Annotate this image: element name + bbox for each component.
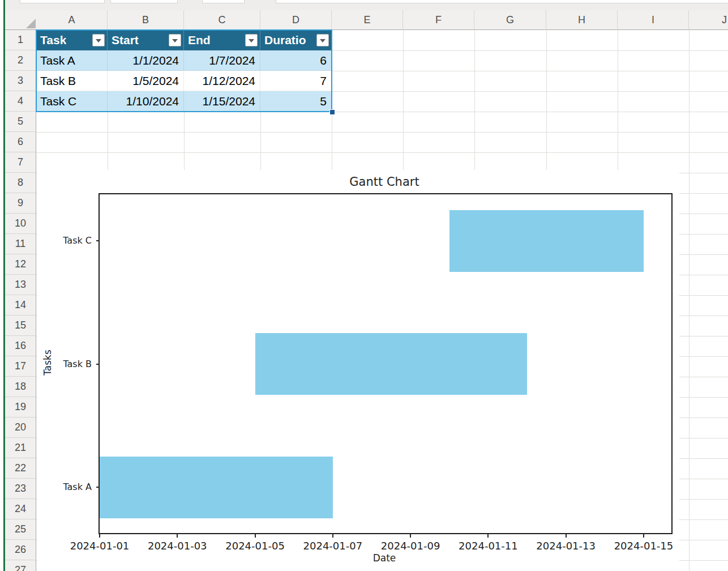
gantt-bar-task-b xyxy=(255,333,527,395)
row-header-10[interactable]: 10 xyxy=(5,214,36,234)
gridline-horizontal xyxy=(36,132,728,133)
fill-handle[interactable] xyxy=(329,109,335,115)
toolbar-edge-segment xyxy=(276,0,728,3)
column-header-B[interactable]: B xyxy=(108,10,184,30)
column-header-I[interactable]: I xyxy=(618,10,689,30)
x-tick-mark xyxy=(566,534,567,538)
row-header-3[interactable]: 3 xyxy=(5,71,36,91)
row-header-17[interactable]: 17 xyxy=(5,356,36,377)
excel-table: TaskStartEndDurationTask A1/1/20241/7/20… xyxy=(36,30,332,112)
row-header-1[interactable]: 1 xyxy=(5,30,36,50)
row-header-27[interactable]: 27 xyxy=(5,560,36,571)
x-tick-label: 2024-01-03 xyxy=(148,540,207,552)
select-all-corner[interactable] xyxy=(5,10,37,30)
toolbar-edge-segment xyxy=(202,0,245,3)
row-header-12[interactable]: 12 xyxy=(5,254,36,275)
column-header-A[interactable]: A xyxy=(36,10,108,30)
row-header-24[interactable]: 24 xyxy=(5,499,36,519)
row-header-11[interactable]: 11 xyxy=(5,234,36,254)
column-header-G[interactable]: G xyxy=(474,10,546,30)
row-header-18[interactable]: 18 xyxy=(5,377,36,397)
x-tick-label: 2024-01-01 xyxy=(70,540,130,552)
row-header-22[interactable]: 22 xyxy=(5,458,36,479)
x-tick-mark xyxy=(177,534,178,538)
row-header-19[interactable]: 19 xyxy=(5,397,36,417)
row-header-7[interactable]: 7 xyxy=(5,152,36,173)
toolbar-edge-segment xyxy=(110,0,178,3)
y-axis-label: Tasks xyxy=(42,350,53,376)
column-header-J[interactable]: J xyxy=(689,10,728,30)
x-tick-mark xyxy=(255,534,256,538)
excel-app-window: ABCDEFGHIJ 12345678910111213141516171819… xyxy=(0,0,728,571)
row-header-14[interactable]: 14 xyxy=(5,295,36,316)
row-header-2[interactable]: 2 xyxy=(5,50,36,71)
x-tick-mark xyxy=(643,534,644,538)
x-tick-mark xyxy=(99,534,100,538)
row-header-23[interactable]: 23 xyxy=(5,479,36,499)
row-header-25[interactable]: 25 xyxy=(5,519,36,540)
x-tick-label: 2024-01-07 xyxy=(303,540,363,552)
row-header-4[interactable]: 4 xyxy=(5,91,36,112)
gantt-bar-task-c xyxy=(449,210,644,272)
x-tick-mark xyxy=(332,534,333,538)
column-header-H[interactable]: H xyxy=(546,10,618,30)
row-header-26[interactable]: 26 xyxy=(5,540,36,560)
x-tick-label: 2024-01-13 xyxy=(536,540,596,552)
gridline-horizontal xyxy=(36,152,728,153)
x-tick-mark xyxy=(410,534,411,538)
row-header-13[interactable]: 13 xyxy=(5,275,36,295)
column-header-C[interactable]: C xyxy=(184,10,260,30)
y-tick-mark xyxy=(96,240,100,241)
toolbar-edge-segment xyxy=(20,0,105,3)
gantt-chart-object[interactable]: Gantt Chart 2024-01-012024-01-032024-01-… xyxy=(37,170,679,571)
column-header-F[interactable]: F xyxy=(403,10,474,30)
column-header-D[interactable]: D xyxy=(260,10,332,30)
x-tick-label: 2024-01-09 xyxy=(381,540,440,552)
chart-title: Gantt Chart xyxy=(349,175,419,189)
gantt-bar-task-a xyxy=(100,457,333,518)
y-tick-mark xyxy=(96,364,100,365)
column-header-E[interactable]: E xyxy=(332,10,403,30)
row-header-16[interactable]: 16 xyxy=(5,336,36,356)
row-header-9[interactable]: 9 xyxy=(5,193,36,214)
row-header-20[interactable]: 20 xyxy=(5,417,36,438)
x-tick-label: 2024-01-11 xyxy=(459,540,518,552)
row-header-5[interactable]: 5 xyxy=(5,112,36,132)
x-tick-mark xyxy=(487,534,489,538)
row-header-8[interactable]: 8 xyxy=(5,173,36,193)
ribbon-bottom-strip xyxy=(0,0,728,10)
selection-border xyxy=(36,29,332,112)
row-header-15[interactable]: 15 xyxy=(5,316,36,336)
x-axis-label: Date xyxy=(373,552,396,564)
y-tick-mark xyxy=(96,487,100,488)
select-all-triangle-icon xyxy=(26,19,36,28)
y-tick-label: Task A xyxy=(33,481,92,493)
row-header-6[interactable]: 6 xyxy=(5,132,36,152)
x-tick-label: 2024-01-05 xyxy=(225,540,285,552)
x-tick-label: 2024-01-15 xyxy=(614,540,674,552)
row-header-21[interactable]: 21 xyxy=(5,438,36,458)
y-tick-label: Task C xyxy=(33,235,92,246)
